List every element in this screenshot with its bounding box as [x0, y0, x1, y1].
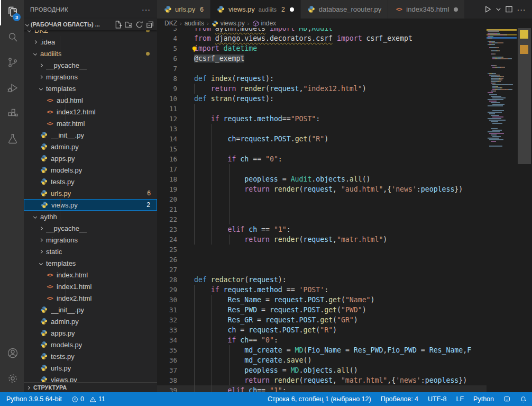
line-number: 14	[157, 134, 177, 144]
tree-item-aythh[interactable]: aythh	[24, 211, 157, 222]
collapse-all-icon[interactable]	[144, 19, 155, 30]
python-file-icon	[40, 364, 48, 372]
notifications-bell-icon[interactable]	[520, 396, 527, 403]
code-text: peopless = MD.objects.all()	[194, 365, 358, 375]
minimap-line	[488, 33, 500, 34]
tree-indent-guide	[60, 304, 60, 315]
tab-description: audiiits	[259, 6, 277, 13]
language-mode-status[interactable]: Python	[473, 395, 494, 403]
breadcrumb-item-views-py[interactable]: views.py	[212, 20, 245, 27]
minimap-line	[488, 96, 501, 97]
python-version-status[interactable]: Python 3.9.5 64-bit	[6, 395, 62, 403]
breadcrumb-item-dkz[interactable]: DKZ	[164, 20, 177, 27]
sidebar-more-actions[interactable]: ···	[142, 5, 151, 14]
tree-item-index12-html[interactable]: <>index12.html	[24, 106, 157, 118]
dirty-dot-icon[interactable]	[454, 7, 458, 12]
indent-guide	[229, 204, 230, 214]
activity-run-debug[interactable]	[0, 76, 24, 102]
tree-item-urls-py[interactable]: urls.py	[24, 362, 157, 374]
minimap-line	[488, 133, 504, 134]
tree-item-urls-py[interactable]: urls.py6	[24, 187, 157, 199]
minimap-line	[488, 118, 501, 119]
breadcrumb-item-index[interactable]: index	[252, 20, 276, 27]
indent-guide	[194, 164, 195, 174]
minimap-line	[488, 42, 503, 43]
modified-count-badge: 6	[147, 190, 151, 197]
search-icon	[6, 31, 19, 46]
tab-views-py[interactable]: views.pyaudiiits2	[210, 0, 301, 19]
tree-item-admin-py[interactable]: admin.py	[24, 141, 157, 152]
run-icon[interactable]	[481, 2, 494, 17]
dirty-dot-icon[interactable]	[290, 7, 294, 12]
tree-item-models-py[interactable]: models.py	[24, 164, 157, 176]
tree-item-index2-html[interactable]: <>index2.html	[24, 292, 157, 304]
tree-item-migrations[interactable]: migrations	[24, 234, 157, 246]
tree-item-models-py[interactable]: models.py	[24, 339, 157, 350]
tree-item-views-py[interactable]: views.py2	[24, 199, 157, 211]
activity-account[interactable]	[0, 341, 24, 367]
tree-item--idea[interactable]: .idea	[24, 36, 157, 48]
tree-indent-guide	[66, 269, 66, 281]
tree-item--init-py[interactable]: __init__.py	[24, 129, 157, 141]
cursor-position-status[interactable]: Строка 6, столбец 1 (выбрано 12)	[268, 395, 371, 403]
activity-settings[interactable]	[0, 367, 24, 392]
editor-scrollbar[interactable]	[517, 28, 532, 392]
line-number: 37	[157, 365, 177, 375]
tree-item-index-html[interactable]: <>index.html	[24, 269, 157, 281]
line-number: 5	[157, 43, 177, 53]
tree-item--pycache-[interactable]: __pycache__	[24, 59, 157, 71]
indentation-status[interactable]: Пробелов: 4	[381, 395, 418, 403]
code-editor[interactable]: 3from aythh.models import MD,Audit4from …	[157, 28, 487, 392]
tree-item-migrations[interactable]: migrations	[24, 71, 157, 83]
tree-item-label: __pycache__	[46, 61, 87, 69]
structure-section-header[interactable]: СТРУКТУРА	[24, 382, 157, 392]
tab-database-roouter-py[interactable]: database_roouter.py	[301, 0, 389, 19]
code-text: md_create = MD(Fio_Name = Res_PWD,Fio_PW…	[194, 345, 471, 355]
activity-extensions[interactable]	[0, 102, 24, 127]
line-number: 32	[157, 315, 177, 325]
lightbulb-icon[interactable]	[191, 45, 198, 55]
tree-item-apps-py[interactable]: apps.py	[24, 327, 157, 339]
tab-urls-py[interactable]: urls.py6	[157, 0, 210, 19]
tree-item-tests-py[interactable]: tests.py	[24, 176, 157, 187]
problems-status[interactable]: 0 11	[71, 395, 105, 403]
activity-search[interactable]	[0, 25, 24, 51]
workspace-section-header[interactable]: (РАБОЧАЯ ОБЛАСТЬ) ...	[24, 19, 157, 30]
run-dropdown-chevron-icon[interactable]	[494, 2, 502, 17]
tree-item-admin-py[interactable]: admin.py	[24, 315, 157, 327]
tree-item-tests-py[interactable]: tests.py	[24, 350, 157, 362]
tree-item-static[interactable]: static	[24, 246, 157, 257]
minimap-line	[488, 121, 498, 122]
feedback-icon[interactable]	[503, 396, 510, 403]
minimap-line	[488, 67, 505, 68]
activity-testing[interactable]	[0, 127, 24, 152]
tree-item--pycache-[interactable]: __pycache__	[24, 222, 157, 234]
new-folder-icon[interactable]	[123, 19, 134, 30]
minimap-line	[488, 139, 503, 140]
tree-item-audiiits[interactable]: audiiits	[24, 48, 157, 59]
encoding-status[interactable]: UTF-8	[428, 395, 446, 403]
indent-guide	[194, 104, 195, 114]
activity-source-control[interactable]	[0, 51, 24, 76]
source-control-icon	[6, 56, 19, 71]
tree-item-templates[interactable]: templates	[24, 257, 157, 269]
html-file-icon: <>	[45, 282, 54, 291]
activity-explorer[interactable]: 3	[0, 0, 24, 25]
tab-index345-html[interactable]: <>index345.html	[388, 0, 465, 19]
tab-bar: urls.py6views.pyaudiiits2database_rooute…	[157, 0, 532, 19]
tree-item-index1-html[interactable]: <>index1.html	[24, 281, 157, 292]
tree-item-apps-py[interactable]: apps.py	[24, 152, 157, 164]
explorer-sidebar: DKZ.ideaaudiiits__pycache__migrationstem…	[24, 0, 157, 392]
eol-status[interactable]: LF	[456, 395, 464, 403]
refresh-icon[interactable]	[134, 19, 144, 30]
breadcrumb-item-audiiits[interactable]: audiiits	[185, 20, 204, 27]
minimap[interactable]	[487, 28, 517, 392]
line-number: 30	[157, 295, 177, 305]
tree-item--init-py[interactable]: __init__.py	[24, 304, 157, 315]
split-editor-icon[interactable]	[502, 2, 515, 17]
tree-item-matr-html[interactable]: <>matr.html	[24, 118, 157, 129]
tree-item-aud-html[interactable]: <>aud.html	[24, 94, 157, 106]
new-file-icon[interactable]	[113, 19, 123, 30]
more-actions-icon[interactable]: ···	[515, 2, 528, 17]
tree-item-templates[interactable]: templates	[24, 83, 157, 94]
